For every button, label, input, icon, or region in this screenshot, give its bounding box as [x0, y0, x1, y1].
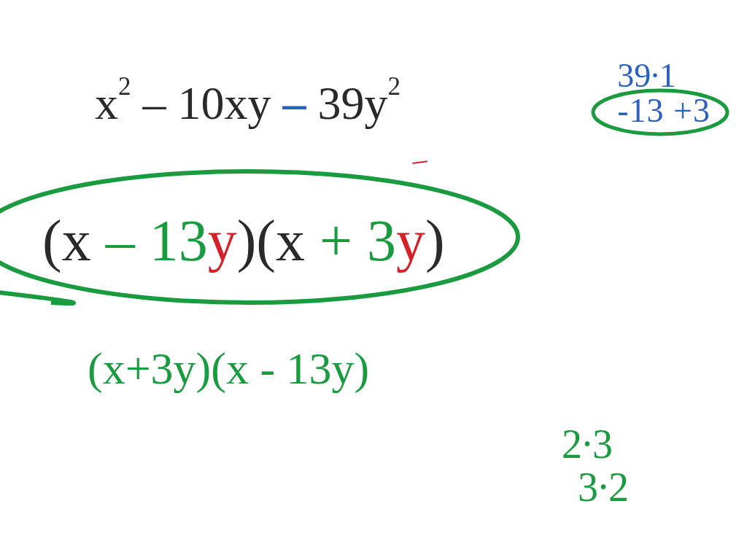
problem-expression: x2 – 10xy – 39y2 — [95, 77, 400, 131]
whiteboard-canvas: x2 – 10xy – 39y2 – 39·1 -13 +3 (x – 13y)… — [0, 0, 747, 560]
svg-point-1 — [0, 171, 518, 303]
exp-1: 2 — [118, 72, 131, 101]
minus-blue: – — [283, 77, 318, 129]
term-10xy: – 10xy — [143, 77, 271, 129]
small-pair-b: 3·2 — [578, 466, 629, 509]
term-x: x — [95, 77, 118, 129]
small-pair-a: 2·3 — [562, 423, 629, 466]
circle-answer-icon — [0, 157, 540, 317]
term-39y: 39y — [318, 77, 388, 129]
small-pairs: 2·3 3·2 — [562, 423, 629, 509]
svg-point-0 — [593, 90, 727, 134]
circle-pair-icon — [589, 86, 732, 139]
rewritten-answer: (x+3y)(x - 13y) — [88, 343, 369, 394]
exp-2: 2 — [388, 72, 401, 101]
